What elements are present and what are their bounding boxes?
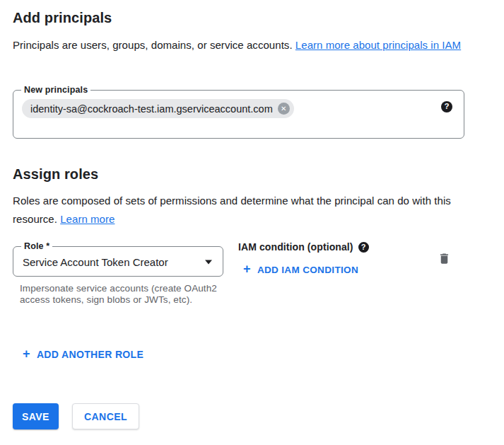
plus-icon: + [243,262,251,275]
iam-condition-label: IAM condition (optional) [238,241,353,253]
add-iam-condition-label: ADD IAM CONDITION [257,265,358,275]
chip-remove-icon[interactable]: ✕ [278,103,290,115]
add-iam-condition-button[interactable]: + ADD IAM CONDITION [243,263,358,276]
trash-icon [438,258,451,268]
help-icon[interactable]: ? [441,101,452,112]
add-another-role-label: ADD ANOTHER ROLE [37,349,143,360]
save-button[interactable]: SAVE [13,403,59,429]
role-select-label: Role * [21,241,52,252]
role-select-value: Service Account Token Creator [23,255,168,267]
help-icon[interactable]: ? [358,242,369,253]
assign-roles-title: Assign roles [13,166,98,183]
cancel-button[interactable]: CANCEL [72,403,139,429]
dropdown-caret-icon [205,260,212,264]
role-helper-text: Impersonate service accounts (create OAu… [20,283,222,306]
add-another-role-button[interactable]: + ADD ANOTHER ROLE [23,348,143,361]
principal-chip-text: identity-sa@cockroach-test.iam.gservicea… [30,103,273,115]
page-title: Add principals [13,10,112,26]
roles-description: Roles are composed of sets of permission… [13,192,468,228]
principals-description: Principals are users, groups, domains, o… [13,36,468,54]
learn-more-roles-link[interactable]: Learn more [60,213,115,225]
new-principals-label: New principals [21,84,90,96]
learn-more-principals-link[interactable]: Learn more about principals in IAM [295,39,461,51]
principal-chip: identity-sa@cockroach-test.iam.gservicea… [22,99,294,118]
add-principals-panel: Add principals Principals are users, gro… [0,0,504,445]
plus-icon: + [23,347,30,360]
iam-condition-header: IAM condition (optional) ? [238,241,369,253]
principals-description-text: Principals are users, groups, domains, o… [13,39,293,51]
new-principals-field[interactable]: New principals identity-sa@cockroach-tes… [13,90,464,139]
delete-role-button[interactable] [438,251,451,266]
role-select[interactable]: Role * Service Account Token Creator [13,246,223,277]
